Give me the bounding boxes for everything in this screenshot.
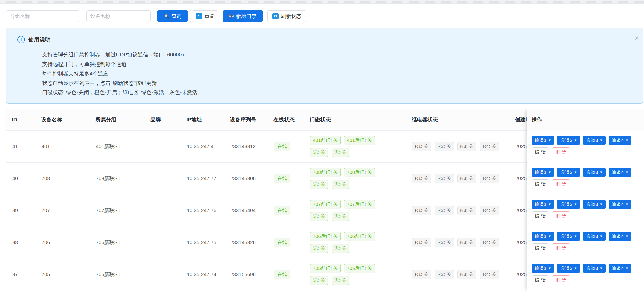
- column-header-doors: 门磁状态: [304, 109, 406, 131]
- device-name: 705: [42, 272, 50, 277]
- delete-button[interactable]: 删 除: [552, 179, 570, 189]
- delete-button[interactable]: 删 除: [552, 243, 570, 253]
- channel-dropdown-button[interactable]: 通道3▼: [583, 232, 606, 241]
- relay-status-badge: R1: 关: [412, 174, 431, 183]
- channel-dropdown-button[interactable]: 通道2▼: [557, 264, 580, 273]
- relay-status-badge: R4: 关: [480, 206, 499, 215]
- caret-down-icon: ▼: [574, 235, 577, 238]
- device-name: 707: [42, 208, 50, 213]
- channel-label: 通道1: [534, 265, 547, 272]
- door-status-badges: 708前门: 关708后门: 关无: 关无: 关: [310, 168, 393, 189]
- online-status-badge: 在线: [274, 238, 290, 247]
- channel-dropdown-button[interactable]: 通道1▼: [532, 232, 554, 241]
- device-name-input[interactable]: [86, 10, 151, 22]
- channel-buttons: 通道1▼通道2▼通道3▼通道4▼: [532, 200, 644, 209]
- channel-label: 通道1: [534, 169, 547, 176]
- column-header-device-name: 设备名称: [35, 109, 90, 131]
- door-status-badge: 无: 关: [310, 244, 328, 253]
- channel-dropdown-button[interactable]: 通道2▼: [557, 232, 580, 241]
- row-id: 40: [12, 176, 18, 181]
- door-status-badges: 401前门: 关401后门: 关无: 关无: 关: [310, 136, 393, 157]
- channel-dropdown-button[interactable]: 通道1▼: [532, 136, 554, 145]
- edit-button[interactable]: 编 辑: [532, 211, 549, 221]
- close-icon[interactable]: ×: [635, 35, 639, 42]
- column-header-online: 在线状态: [268, 109, 304, 131]
- channel-label: 通道2: [560, 137, 572, 144]
- door-status-badges: 706后门: 关706前门: 关无: 关无: 关: [310, 232, 393, 253]
- door-status-badge: 无: 关: [332, 148, 349, 157]
- channel-dropdown-button[interactable]: 通道3▼: [583, 200, 606, 209]
- caret-down-icon: ▼: [625, 235, 629, 238]
- channel-label: 通道2: [560, 201, 572, 208]
- column-header-relays: 继电器状态: [406, 109, 509, 131]
- channel-dropdown-button[interactable]: 通道4▼: [609, 136, 631, 145]
- row-id: 41: [12, 144, 18, 149]
- channel-dropdown-button[interactable]: 通道4▼: [609, 232, 631, 241]
- caret-down-icon: ▼: [625, 139, 629, 142]
- info-line: 状态自动显示在列表中，点击"刷新状态"按钮更新: [42, 78, 197, 88]
- channel-dropdown-button[interactable]: 通道4▼: [609, 200, 631, 209]
- column-header-brand: 品牌: [145, 109, 181, 131]
- add-button-label: 新增门禁: [236, 13, 256, 20]
- column-header-serial: 设备序列号: [224, 109, 268, 131]
- channel-label: 通道3: [586, 137, 598, 144]
- relay-status-badges: R1: 关R2: 关R3: 关R4: 关: [412, 238, 506, 247]
- caret-down-icon: ▼: [574, 267, 577, 270]
- edit-button[interactable]: 编 辑: [532, 243, 549, 253]
- browser-toolbar-sliver: [0, 0, 644, 4]
- caret-down-icon: ▼: [548, 139, 551, 142]
- reset-button[interactable]: ↻ 重置: [192, 10, 218, 22]
- edit-delete-buttons: 编 辑 删 除: [532, 179, 644, 189]
- channel-dropdown-button[interactable]: 通道2▼: [557, 168, 580, 177]
- relay-status-badge: R3: 关: [457, 174, 476, 183]
- channel-dropdown-button[interactable]: 通道1▼: [532, 168, 554, 177]
- device-group: 706新联ST: [96, 240, 121, 245]
- channel-label: 通道4: [612, 169, 624, 176]
- channel-dropdown-button[interactable]: 通道3▼: [583, 264, 606, 273]
- relay-status-badge: R2: 关: [435, 206, 454, 215]
- channel-label: 通道1: [534, 137, 547, 144]
- row-id: 38: [12, 240, 18, 245]
- device-serial: 233143312: [230, 144, 256, 149]
- channel-buttons: 通道1▼通道2▼通道3▼通道4▼: [532, 264, 644, 273]
- channel-label: 通道4: [612, 137, 624, 144]
- fixed-operations-column: 操作 通道1▼通道2▼通道3▼通道4▼ 编 辑 删 除 通道1▼通道2▼通道3▼…: [527, 109, 644, 292]
- add-door-access-button[interactable]: ✚ 新增门禁: [223, 10, 263, 22]
- edit-button[interactable]: 编 辑: [532, 147, 549, 157]
- device-group: 705新联ST: [96, 272, 121, 277]
- caret-down-icon: ▼: [599, 139, 603, 142]
- channel-dropdown-button[interactable]: 通道3▼: [583, 136, 606, 145]
- channel-label: 通道4: [612, 233, 624, 240]
- device-group: 401新联ST: [96, 144, 121, 149]
- search-button[interactable]: 查询: [157, 10, 188, 22]
- delete-button[interactable]: 删 除: [552, 211, 570, 221]
- device-name: 708: [42, 176, 50, 181]
- group-name-input[interactable]: [6, 10, 79, 22]
- channel-dropdown-button[interactable]: 通道2▼: [557, 200, 580, 209]
- channel-dropdown-button[interactable]: 通道4▼: [609, 168, 631, 177]
- channel-label: 通道4: [612, 201, 624, 208]
- device-group: 707新联ST: [96, 208, 121, 213]
- channel-dropdown-button[interactable]: 通道1▼: [532, 200, 554, 209]
- channel-dropdown-button[interactable]: 通道2▼: [557, 136, 580, 145]
- door-status-badges: 707前门: 关707后门: 关无: 关无: 关: [310, 200, 393, 221]
- channel-dropdown-button[interactable]: 通道4▼: [609, 264, 631, 273]
- edit-button[interactable]: 编 辑: [532, 179, 549, 189]
- search-button-label: 查询: [172, 13, 182, 20]
- relay-status-badge: R2: 关: [435, 142, 454, 151]
- row-actions: 通道1▼通道2▼通道3▼通道4▼ 编 辑 删 除: [527, 258, 644, 290]
- relay-status-badge: R3: 关: [457, 206, 476, 215]
- door-status-badge: 401前门: 关: [310, 136, 341, 145]
- channel-dropdown-button[interactable]: 通道3▼: [583, 168, 606, 177]
- online-status-badge: 在线: [274, 174, 290, 183]
- caret-down-icon: ▼: [599, 171, 603, 174]
- edit-button[interactable]: 编 辑: [532, 275, 549, 285]
- channel-dropdown-button[interactable]: 通道1▼: [532, 264, 554, 273]
- delete-button[interactable]: 删 除: [552, 147, 570, 157]
- door-status-badge: 707后门: 关: [344, 200, 375, 209]
- door-status-badge: 无: 关: [310, 276, 328, 285]
- column-header-id: ID: [6, 109, 35, 131]
- relay-status-badge: R4: 关: [480, 174, 499, 183]
- delete-button[interactable]: 删 除: [552, 275, 570, 285]
- refresh-status-button[interactable]: ↻ 刷新状态: [267, 10, 306, 22]
